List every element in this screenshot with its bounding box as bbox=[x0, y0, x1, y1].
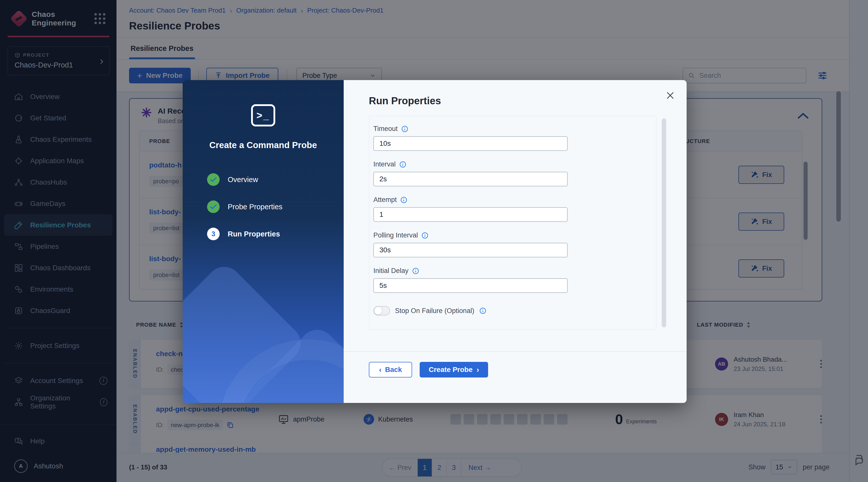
polling-interval-input[interactable] bbox=[373, 243, 567, 257]
attempt-label: Attempt bbox=[373, 196, 656, 204]
timeout-label: Timeout bbox=[373, 125, 656, 133]
create-probe-button[interactable]: Create Probe › bbox=[420, 362, 488, 377]
wizard-steps: Overview Probe Properties 3 Run Properti… bbox=[207, 173, 283, 240]
chevron-right-icon: › bbox=[476, 366, 479, 373]
info-icon[interactable] bbox=[412, 267, 419, 275]
stop-on-failure-label: Stop On Failure (Optional) bbox=[395, 307, 474, 315]
info-icon[interactable] bbox=[479, 307, 486, 314]
step-done-icon bbox=[207, 173, 220, 186]
initial-delay-input[interactable] bbox=[373, 278, 567, 293]
info-icon[interactable] bbox=[400, 196, 407, 203]
modal-form-panel: Run Properties Timeout Interval Attempt bbox=[344, 80, 687, 403]
step-number-badge: 3 bbox=[207, 228, 220, 240]
modal-footer: ‹ Back Create Probe › bbox=[369, 362, 488, 377]
modal-wizard-panel: >_ Create a Command Probe Overview bbox=[183, 80, 344, 403]
interval-input[interactable] bbox=[373, 172, 567, 186]
create-probe-modal: >_ Create a Command Probe Overview bbox=[183, 80, 687, 403]
step-done-icon bbox=[207, 200, 220, 213]
attempt-input[interactable] bbox=[373, 207, 567, 222]
initial-delay-label: Initial Delay bbox=[373, 267, 656, 275]
info-icon[interactable] bbox=[401, 125, 408, 133]
step-probe-properties[interactable]: Probe Properties bbox=[207, 200, 283, 213]
timeout-input[interactable] bbox=[373, 136, 567, 151]
modal-footer-divider bbox=[344, 351, 687, 352]
stop-on-failure-row: Stop On Failure (Optional) bbox=[373, 306, 656, 315]
polling-interval-label: Polling Interval bbox=[373, 231, 656, 239]
stop-on-failure-toggle[interactable] bbox=[373, 306, 390, 315]
terminal-icon: >_ bbox=[251, 104, 275, 126]
step-overview[interactable]: Overview bbox=[207, 173, 283, 186]
info-icon[interactable] bbox=[399, 161, 406, 168]
chevron-left-icon: ‹ bbox=[379, 366, 382, 373]
interval-label: Interval bbox=[373, 161, 656, 168]
back-button[interactable]: ‹ Back bbox=[369, 362, 412, 377]
run-properties-form: Timeout Interval Attempt Polling Interva… bbox=[369, 116, 656, 330]
step-run-properties[interactable]: 3 Run Properties bbox=[207, 228, 283, 240]
info-icon[interactable] bbox=[422, 232, 429, 239]
modal-title: Run Properties bbox=[369, 95, 441, 107]
form-scrollbar-thumb[interactable] bbox=[662, 118, 666, 328]
wizard-title: Create a Command Probe bbox=[209, 140, 317, 150]
page: Chaos Engineering PROJECT Chaos-Dev-Prod… bbox=[0, 0, 868, 482]
close-icon[interactable] bbox=[666, 91, 675, 101]
